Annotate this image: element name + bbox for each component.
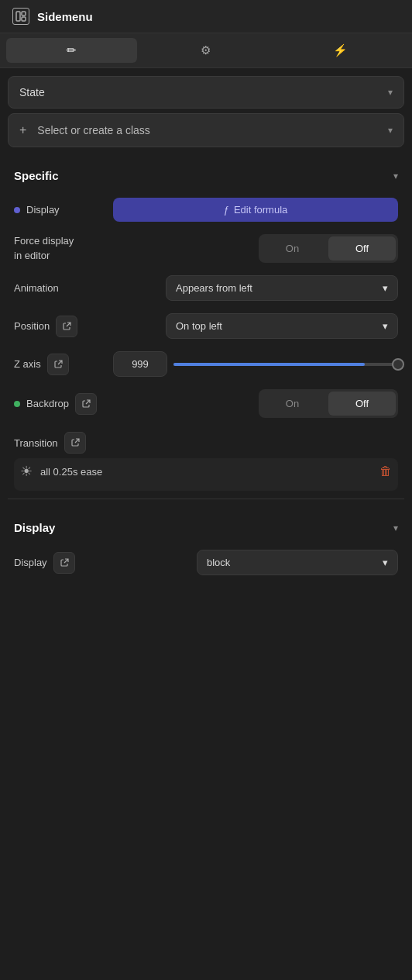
display2-row: Display block ▾ — [11, 543, 401, 581]
animation-label: Animation — [14, 282, 107, 294]
z-axis-slider-fill — [173, 363, 365, 366]
backdrop-label-text: Backdrop — [26, 398, 69, 409]
force-display-row: Force display in editor On Off — [11, 228, 401, 269]
lightning-icon: ⚡ — [333, 43, 348, 57]
svg-rect-2 — [22, 17, 26, 21]
display-label: Display — [26, 204, 60, 216]
edit-formula-button[interactable]: ƒ Edit formula — [113, 198, 398, 222]
class-chevron: ▾ — [388, 125, 393, 136]
state-label: State — [19, 86, 45, 98]
position-select[interactable]: On top left ▾ — [166, 313, 398, 339]
position-link-icon[interactable] — [56, 316, 77, 337]
z-axis-control: 999 — [113, 351, 398, 377]
display-row: Display ƒ Edit formula — [11, 192, 401, 228]
plus-icon: + — [19, 123, 26, 137]
backdrop-on[interactable]: On — [259, 389, 326, 418]
z-axis-label-group: Z axis — [14, 354, 107, 375]
sun-icon: ☀ — [20, 463, 33, 480]
position-label-text: Position — [14, 320, 50, 332]
backdrop-off[interactable]: Off — [328, 392, 396, 416]
transition-row: Transition — [11, 424, 401, 458]
z-axis-label-text: Z axis — [14, 358, 41, 370]
display-section: Display ▾ Display block ▾ — [0, 507, 412, 589]
position-value: On top left — [176, 320, 222, 332]
animation-row: Animation Appears from left ▾ — [11, 269, 401, 307]
svg-rect-0 — [16, 12, 20, 21]
formula-label: Edit formula — [234, 204, 287, 216]
panel-header: Sidemenu — [0, 0, 412, 33]
display2-label-group: Display — [14, 552, 107, 574]
z-axis-value[interactable]: 999 — [113, 351, 167, 377]
sliders-icon: ⚙ — [201, 43, 211, 57]
display2-label-text: Display — [14, 557, 47, 568]
tab-bar: ✏ ⚙ ⚡ — [0, 33, 412, 68]
tab-settings[interactable]: ⚙ — [140, 38, 271, 63]
display-section-chevron: ▾ — [393, 523, 398, 533]
transition-value-row: ☀ all 0.25s ease 🗑 — [14, 458, 398, 491]
class-selector[interactable]: + Select or create a class ▾ — [8, 113, 404, 147]
specific-chevron: ▾ — [393, 171, 398, 181]
force-display-on[interactable]: On — [259, 234, 326, 263]
edit-icon: ✏ — [67, 43, 77, 57]
force-display-label: Force display in editor — [14, 234, 107, 262]
z-axis-link-icon[interactable] — [47, 354, 69, 375]
position-label-group: Position — [14, 316, 107, 337]
animation-select[interactable]: Appears from left ▾ — [166, 275, 398, 301]
transition-link-icon[interactable] — [64, 432, 86, 454]
force-display-text: Force display in editor — [14, 234, 74, 262]
force-display-off[interactable]: Off — [328, 236, 396, 261]
display-section-header[interactable]: Display ▾ — [11, 515, 401, 543]
display-section-title: Display — [14, 521, 55, 534]
z-axis-slider[interactable] — [173, 363, 398, 366]
animation-chevron: ▾ — [383, 282, 388, 294]
display-label-group: Display — [14, 204, 107, 216]
backdrop-label-group: Backdrop — [14, 393, 107, 415]
z-axis-row: Z axis 999 — [11, 345, 401, 383]
backdrop-dot — [14, 401, 20, 407]
z-axis-slider-thumb[interactable] — [392, 358, 404, 371]
class-label: Select or create a class — [37, 124, 150, 136]
backdrop-toggle[interactable]: On Off — [259, 389, 398, 418]
panel-title: Sidemenu — [37, 10, 93, 23]
display2-link-icon[interactable] — [53, 552, 75, 574]
state-dropdown[interactable]: State ▾ — [8, 76, 404, 109]
tab-lightning[interactable]: ⚡ — [275, 38, 406, 63]
specific-section: Specific ▾ Display ƒ Edit formula Force … — [0, 155, 412, 499]
backdrop-link-icon[interactable] — [75, 393, 97, 415]
position-row: Position On top left ▾ — [11, 307, 401, 345]
display2-select[interactable]: block ▾ — [197, 550, 398, 575]
animation-value: Appears from left — [176, 282, 252, 294]
specific-title: Specific — [14, 169, 59, 182]
force-display-toggle[interactable]: On Off — [259, 234, 398, 263]
formula-icon: ƒ — [224, 204, 229, 216]
specific-section-header[interactable]: Specific ▾ — [11, 163, 401, 192]
transition-value-text: all 0.25s ease — [40, 466, 372, 478]
layout-icon — [12, 8, 29, 25]
display-dot — [14, 207, 20, 213]
state-chevron: ▾ — [388, 87, 393, 98]
display2-value: block — [207, 557, 230, 568]
delete-transition-button[interactable]: 🗑 — [379, 464, 392, 478]
tab-edit[interactable]: ✏ — [6, 38, 137, 63]
position-chevron: ▾ — [383, 320, 388, 332]
backdrop-row: Backdrop On Off — [11, 383, 401, 424]
transition-label: Transition — [14, 437, 58, 449]
display2-chevron: ▾ — [383, 557, 388, 568]
svg-rect-1 — [22, 12, 26, 16]
